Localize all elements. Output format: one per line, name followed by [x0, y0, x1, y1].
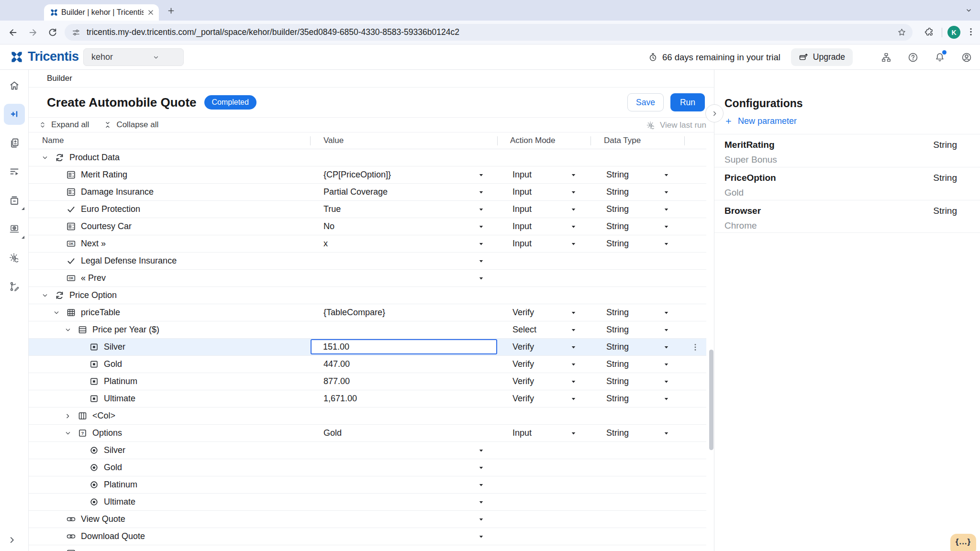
panel-collapse-button[interactable]	[705, 104, 724, 122]
table-row[interactable]: Courtesy CarNoInputString	[29, 218, 706, 235]
table-row[interactable]: Legal Defense Insurance	[29, 253, 706, 270]
workspace-select[interactable]: kehor	[83, 48, 184, 66]
forward-icon[interactable]	[28, 27, 38, 38]
value-input[interactable]	[311, 339, 497, 354]
data-type-select[interactable]: String	[590, 339, 684, 355]
value-select[interactable]	[310, 511, 497, 528]
data-type-select[interactable]: String	[590, 321, 684, 338]
table-row[interactable]: View Quote	[29, 511, 706, 528]
table-row[interactable]: Damage InsurancePartial CoverageInputStr…	[29, 184, 706, 201]
data-type-select[interactable]: String	[590, 218, 684, 235]
back-icon[interactable]	[8, 27, 18, 38]
data-type-select[interactable]: String	[590, 201, 684, 218]
action-mode-select[interactable]: Input	[497, 166, 590, 183]
sidebar-item-document-plus[interactable]	[0, 129, 29, 157]
value-select[interactable]: No	[310, 218, 497, 235]
tab-close-icon[interactable]	[146, 8, 155, 17]
data-type-select[interactable]: String	[590, 166, 684, 183]
value-select[interactable]: {CP[PriceOption]}	[310, 166, 497, 183]
table-row[interactable]: Price per Year ($)SelectString	[29, 321, 706, 339]
expand-toggle[interactable]	[64, 412, 78, 420]
expand-all-button[interactable]: Expand all	[38, 120, 89, 130]
value-select[interactable]: Partial Coverage	[310, 184, 497, 200]
site-info-icon[interactable]	[71, 28, 81, 37]
table-row[interactable]: priceTable{TableCompare}VerifyString	[29, 304, 706, 321]
value-select[interactable]	[310, 528, 497, 545]
action-mode-select[interactable]: Verify	[497, 356, 590, 373]
value-select[interactable]: x	[310, 235, 497, 252]
value-cell[interactable]	[310, 339, 497, 355]
tab-search-icon[interactable]	[964, 6, 973, 15]
table-row[interactable]: Platinum	[29, 476, 706, 494]
table-row[interactable]: Download Quote	[29, 528, 706, 545]
row-actions-menu[interactable]	[684, 339, 706, 355]
table-row[interactable]: SilverVerifyString	[29, 339, 706, 356]
value-select[interactable]	[310, 442, 497, 459]
sidebar-item-builder-plus[interactable]	[0, 100, 29, 129]
action-mode-select[interactable]: Verify	[497, 304, 590, 321]
sidebar-item-archive[interactable]	[0, 186, 29, 215]
data-type-select[interactable]: String	[590, 373, 684, 390]
new-parameter-button[interactable]: New parameter	[724, 116, 797, 126]
upgrade-button[interactable]: Upgrade	[791, 48, 853, 66]
expand-toggle[interactable]	[41, 154, 55, 162]
sidebar-item-home[interactable]	[0, 71, 29, 100]
table-row[interactable]: Price Option	[29, 287, 706, 304]
browser-avatar[interactable]: K	[947, 26, 960, 39]
data-type-select[interactable]: String	[590, 425, 684, 441]
expand-toggle[interactable]	[64, 326, 78, 334]
expand-toggle[interactable]	[41, 292, 55, 299]
sidebar-expand-chevron-icon[interactable]	[7, 535, 17, 545]
table-row[interactable]: Merit Rating{CP[PriceOption]}InputString	[29, 166, 706, 184]
action-mode-select[interactable]: Verify	[497, 339, 590, 355]
value-select[interactable]	[310, 494, 497, 510]
reload-icon[interactable]	[47, 27, 58, 38]
table-row[interactable]: Ultimate1,671.00VerifyString	[29, 390, 706, 408]
table-row[interactable]: Ultimate	[29, 494, 706, 511]
action-mode-select[interactable]: Input	[497, 201, 590, 218]
run-button[interactable]: Run	[670, 93, 705, 111]
value-select[interactable]: True	[310, 201, 497, 218]
data-type-select[interactable]: String	[590, 304, 684, 321]
expand-toggle[interactable]	[53, 309, 66, 317]
action-mode-select[interactable]: Select	[497, 321, 590, 338]
action-mode-select[interactable]: Verify	[497, 373, 590, 390]
action-mode-select[interactable]: Input	[497, 184, 590, 200]
action-mode-select[interactable]: Input	[497, 218, 590, 235]
table-row[interactable]: Silver	[29, 442, 706, 459]
action-mode-select[interactable]: Verify	[497, 390, 590, 407]
data-type-select[interactable]: String	[590, 390, 684, 407]
parameter-item[interactable]: MeritRatingStringSuper Bonus	[714, 134, 980, 167]
user-account-icon[interactable]	[961, 52, 972, 63]
action-mode-select[interactable]: Input	[497, 425, 590, 441]
expand-toggle[interactable]	[64, 430, 78, 437]
table-row[interactable]: Gold	[29, 459, 706, 476]
table-row[interactable]: OK« Prev	[29, 270, 706, 287]
bookmark-star-icon[interactable]	[897, 27, 907, 37]
data-type-select[interactable]: String	[590, 235, 684, 252]
extensions-icon[interactable]	[924, 26, 935, 37]
action-mode-select[interactable]: Input	[497, 235, 590, 252]
value-select[interactable]	[310, 270, 497, 287]
collapse-all-button[interactable]: Collapse all	[103, 120, 158, 130]
browser-tab[interactable]: Builder | kehor | Tricentis Tosc	[44, 4, 159, 21]
data-type-select[interactable]: String	[590, 356, 684, 373]
save-button[interactable]: Save	[627, 93, 664, 111]
help-icon[interactable]	[907, 52, 919, 63]
sidebar-item-web-device[interactable]	[0, 215, 29, 243]
view-last-run-button[interactable]: View last run	[646, 118, 706, 133]
table-row[interactable]: Product Data	[29, 149, 706, 166]
value-select[interactable]	[310, 459, 497, 476]
address-bar[interactable]: tricentis.my-dev.tricentis.com/_portal/s…	[65, 24, 913, 41]
table-row[interactable]: <Col>	[29, 408, 706, 425]
table-row[interactable]: Gold447.00VerifyString	[29, 356, 706, 373]
org-chart-icon[interactable]	[880, 52, 892, 63]
notifications-bell-icon[interactable]	[934, 52, 946, 63]
table-row[interactable]: ?OptionsGoldInputString	[29, 425, 706, 442]
table-row[interactable]: OKNext »xInputString	[29, 235, 706, 253]
parameter-item[interactable]: BrowserStringChrome	[714, 200, 980, 233]
vertical-scrollbar[interactable]	[709, 350, 713, 450]
value-select[interactable]	[310, 476, 497, 493]
table-row[interactable]	[29, 545, 706, 551]
sidebar-item-test-runs[interactable]	[0, 157, 29, 186]
